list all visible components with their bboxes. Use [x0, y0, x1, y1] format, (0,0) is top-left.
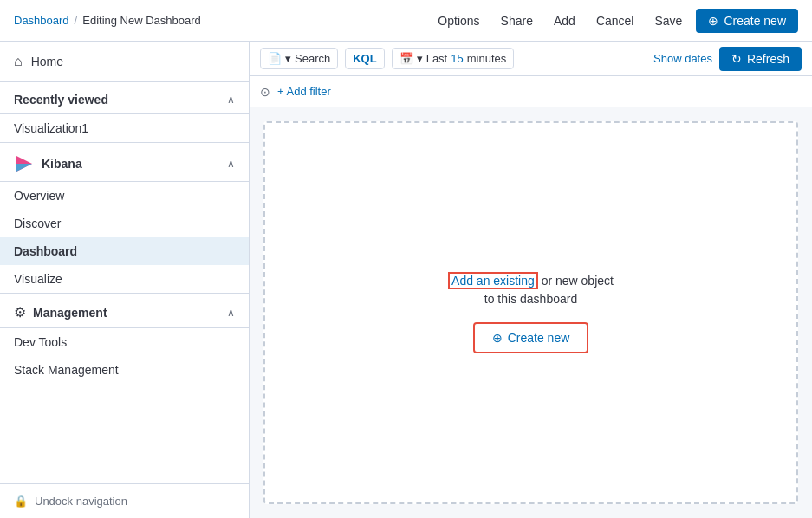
- recently-viewed-section-header: Recently viewed ∧: [0, 82, 249, 114]
- save-button[interactable]: Save: [647, 10, 689, 31]
- refresh-icon: ↻: [731, 52, 742, 66]
- add-filter-button[interactable]: + Add filter: [277, 85, 331, 98]
- recently-viewed-chevron[interactable]: ∧: [227, 94, 235, 106]
- top-bar-actions: Options Share Add Cancel Save ⊕ Create n…: [431, 9, 798, 33]
- svg-marker-1: [16, 164, 32, 172]
- canvas-area: Add an existing or new objectto this das…: [250, 107, 812, 518]
- overview-label: Overview: [14, 189, 64, 203]
- dev-tools-label: Dev Tools: [14, 335, 67, 349]
- search-pill[interactable]: 📄 ▾ Search: [260, 48, 338, 69]
- refresh-button[interactable]: ↻ Refresh: [719, 47, 802, 71]
- undock-navigation[interactable]: 🔒 Undock navigation: [0, 483, 249, 518]
- create-new-plus-icon: ⊕: [492, 331, 503, 345]
- show-dates-button[interactable]: Show dates: [653, 52, 712, 65]
- management-chevron[interactable]: ∧: [227, 307, 235, 319]
- stack-management-label: Stack Management: [14, 363, 119, 377]
- kibana-logo: [14, 153, 35, 174]
- time-prefix: Last: [426, 52, 448, 65]
- options-button[interactable]: Options: [431, 10, 486, 31]
- create-new-canvas-button[interactable]: ⊕ Create new: [473, 322, 589, 353]
- filter-icon: ⊙: [260, 85, 270, 99]
- filter-bar: 📄 ▾ Search KQL 📅 ▾ Last 15 minutes Show …: [250, 42, 812, 76]
- share-button[interactable]: Share: [494, 10, 540, 31]
- kibana-title: Kibana: [42, 157, 82, 171]
- sidebar: ⌂ Home Recently viewed ∧ Visualization1 …: [0, 42, 250, 518]
- time-picker[interactable]: 📅 ▾ Last 15 minutes: [392, 48, 515, 69]
- recently-viewed-title: Recently viewed: [14, 93, 108, 107]
- time-suffix: minutes: [467, 52, 507, 65]
- search-dropdown-arrow[interactable]: ▾: [285, 52, 291, 65]
- discover-label: Discover: [14, 217, 61, 230]
- sidebar-item-dev-tools[interactable]: Dev Tools: [0, 328, 249, 356]
- refresh-label: Refresh: [747, 52, 789, 66]
- dashboard-label: Dashboard: [14, 244, 77, 258]
- calendar-icon: 📅: [400, 52, 413, 65]
- main-content: 📄 ▾ Search KQL 📅 ▾ Last 15 minutes Show …: [250, 42, 812, 518]
- breadcrumb-separator: /: [75, 14, 78, 27]
- create-new-header-button[interactable]: ⊕ Create new: [696, 9, 798, 33]
- plus-icon: ⊕: [708, 14, 718, 28]
- canvas-message: Add an existing or new objectto this das…: [448, 272, 614, 308]
- sidebar-item-home[interactable]: ⌂ Home: [0, 42, 249, 82]
- create-new-canvas-label: Create new: [508, 331, 570, 345]
- visualization1-label: Visualization1: [14, 121, 88, 135]
- kql-button[interactable]: KQL: [345, 48, 384, 69]
- canvas-empty-state: Add an existing or new objectto this das…: [448, 272, 614, 353]
- sidebar-item-overview[interactable]: Overview: [0, 182, 249, 210]
- filter-row-2: ⊙ + Add filter: [250, 76, 812, 107]
- undock-label: Undock navigation: [35, 495, 127, 508]
- sidebar-item-stack-management[interactable]: Stack Management: [0, 356, 249, 384]
- cancel-button[interactable]: Cancel: [589, 10, 641, 31]
- breadcrumb-current: Editing New Dashboard: [82, 14, 201, 27]
- search-doc-icon: 📄: [268, 52, 282, 65]
- kibana-chevron[interactable]: ∧: [227, 158, 235, 170]
- time-dropdown-arrow[interactable]: ▾: [417, 52, 423, 65]
- visualize-label: Visualize: [14, 272, 62, 286]
- breadcrumb: Dashboard / Editing New Dashboard: [14, 14, 201, 27]
- sidebar-item-dashboard[interactable]: Dashboard: [0, 237, 249, 265]
- sidebar-item-visualize[interactable]: Visualize: [0, 265, 249, 293]
- create-new-header-label: Create new: [724, 14, 786, 28]
- sidebar-item-discover[interactable]: Discover: [0, 210, 249, 237]
- gear-icon: ⚙: [14, 304, 26, 321]
- add-existing-link[interactable]: Add an existing: [448, 272, 538, 289]
- sidebar-home-label: Home: [31, 55, 63, 68]
- dashboard-canvas: Add an existing or new objectto this das…: [263, 121, 798, 504]
- sidebar-item-visualization1[interactable]: Visualization1: [0, 114, 249, 142]
- time-accent: 15: [451, 52, 463, 65]
- lock-icon: 🔒: [14, 495, 28, 508]
- layout: ⌂ Home Recently viewed ∧ Visualization1 …: [0, 42, 812, 518]
- management-section-header: ⚙ Management ∧: [0, 293, 249, 328]
- home-icon: ⌂: [14, 54, 23, 69]
- top-bar: Dashboard / Editing New Dashboard Option…: [0, 0, 812, 42]
- search-label: Search: [295, 52, 330, 65]
- add-button[interactable]: Add: [547, 10, 582, 31]
- kibana-section-header: Kibana ∧: [0, 142, 249, 182]
- management-title: Management: [33, 306, 107, 320]
- breadcrumb-dashboard-link[interactable]: Dashboard: [14, 14, 69, 27]
